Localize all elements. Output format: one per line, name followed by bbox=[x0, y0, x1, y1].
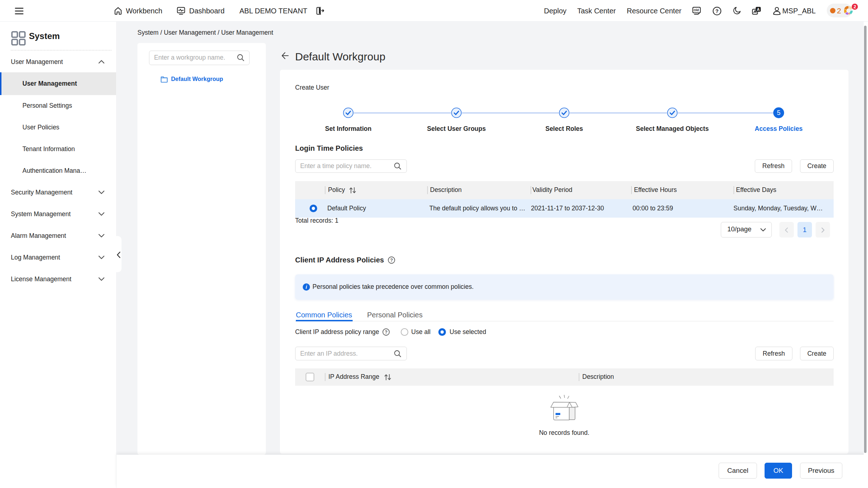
svg-text:Old: Old bbox=[694, 8, 699, 12]
svg-text:?: ? bbox=[390, 258, 393, 263]
svg-text:?: ? bbox=[385, 330, 388, 335]
svg-text:?: ? bbox=[715, 8, 719, 14]
svg-text:A: A bbox=[757, 7, 760, 12]
